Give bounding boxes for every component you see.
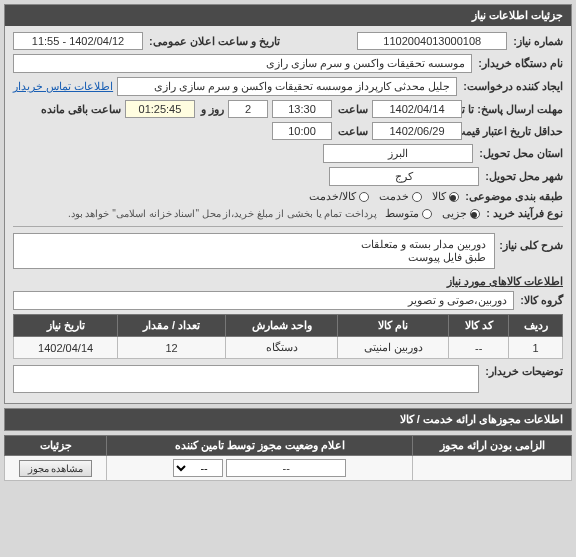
radio-both[interactable]: کالا/خدمت [309,190,369,203]
th-qty: تعداد / مقدار [118,315,226,337]
province-label: استان محل تحویل: [479,147,563,160]
license-status-value: -- [226,459,346,477]
buytype-group: جزیی متوسط [385,207,480,220]
radio-both-label: کالا/خدمت [309,190,356,202]
th-row: ردیف [509,315,563,337]
goods-title: اطلاعات کالاهای مورد نیاز [13,275,563,288]
desc-line1: دوربین مدار بسته و متعلقات [22,238,486,251]
buyer-value: موسسه تحقیقات واکسن و سرم سازی رازی [13,54,472,73]
announce-value: 1402/04/12 - 11:55 [13,32,143,50]
buytype-label: نوع فرآیند خرید : [486,207,563,220]
city-value: کرج [329,167,479,186]
validity-label: حداقل تاریخ اعتبار قیمت: تا تاریخ: [468,125,563,138]
deadline-label: مهلت ارسال پاسخ: تا تاریخ: [468,103,563,116]
table-row[interactable]: 1 -- دوربین امنیتی دستگاه 12 1402/04/14 [14,337,563,359]
lth-required: الزامی بودن ارائه مجوز [413,436,572,456]
cell-qty: 12 [118,337,226,359]
license-select[interactable]: -- [173,459,223,477]
radio-goods-label: کالا [432,190,446,202]
radio-service[interactable]: خدمت [379,190,422,203]
buyer-note-label: توضیحات خریدار: [485,365,563,393]
radio-goods[interactable]: کالا [432,190,459,203]
need-no-label: شماره نیاز: [513,35,563,48]
province-value: البرز [323,144,473,163]
radio-medium[interactable]: متوسط [385,207,432,220]
lth-status: اعلام وضعیت مجوز توسط تامین کننده [107,436,413,456]
deadline-time: 13:30 [272,100,332,118]
buyer-note-box [13,365,479,393]
cell-name: دوربین امنیتی [338,337,449,359]
category-label: طبقه بندی موضوعی: [465,190,563,203]
cell-unit: دستگاه [225,337,337,359]
license-table: الزامی بودن ارائه مجوز اعلام وضعیت مجوز … [4,435,572,481]
desc-box: دوربین مدار بسته و متعلقات طبق فایل پیوس… [13,233,495,269]
group-label: گروه کالا: [520,294,563,307]
radio-service-label: خدمت [379,190,409,202]
th-code: کد کالا [449,315,509,337]
buyer-label: نام دستگاه خریدار: [478,57,563,70]
city-label: شهر محل تحویل: [485,170,563,183]
remaining-time: 01:25:45 [125,100,195,118]
panel-title: جزئیات اطلاعات نیاز [5,5,571,26]
cell-date: 1402/04/14 [14,337,118,359]
th-date: تاریخ نیاز [14,315,118,337]
th-unit: واحد شمارش [225,315,337,337]
license-status-cell: -- -- [107,456,413,481]
validity-date: 1402/06/29 [372,122,462,140]
buy-note: پرداخت تمام یا بخشی از مبلغ خرید،از محل … [68,208,377,219]
license-detail-cell: مشاهده مجوز [5,456,107,481]
need-no-value: 1102004013000108 [357,32,507,50]
requester-value: جلیل محدثی کارپرداز موسسه تحقیقات واکسن … [117,77,457,96]
goods-table: ردیف کد کالا نام کالا واحد شمارش تعداد /… [13,314,563,359]
need-details-panel: جزئیات اطلاعات نیاز شماره نیاز: 11020040… [4,4,572,404]
desc-line2: طبق فایل پیوست [22,251,486,264]
lth-detail: جزئیات [5,436,107,456]
category-group: کالا خدمت کالا/خدمت [309,190,459,203]
group-value: دوربین،صوتی و تصویر [13,291,514,310]
radio-minor[interactable]: جزیی [442,207,480,220]
cell-row: 1 [509,337,563,359]
remaining-label: ساعت باقی مانده [41,103,121,116]
view-license-button[interactable]: مشاهده مجوز [19,460,93,477]
requester-label: ایجاد کننده درخواست: [463,80,563,93]
time-label-1: ساعت [338,103,368,116]
announce-label: تاریخ و ساعت اعلان عمومی: [149,35,280,48]
day-value: 2 [228,100,268,118]
desc-title: شرح کلی نیاز: [499,239,563,266]
panel-body: شماره نیاز: 1102004013000108 تاریخ و ساع… [5,26,571,403]
th-name: نام کالا [338,315,449,337]
time-label-2: ساعت [338,125,368,138]
license-row: -- -- مشاهده مجوز [5,456,572,481]
radio-medium-label: متوسط [385,207,419,219]
license-required-cell [413,456,572,481]
deadline-date: 1402/04/14 [372,100,462,118]
cell-code: -- [449,337,509,359]
validity-time: 10:00 [272,122,332,140]
contact-link[interactable]: اطلاعات تماس خریدار [13,80,113,93]
radio-minor-label: جزیی [442,207,467,219]
license-header: اطلاعات مجوزهای ارائه خدمت / کالا [4,408,572,431]
day-label: روز و [201,103,224,116]
